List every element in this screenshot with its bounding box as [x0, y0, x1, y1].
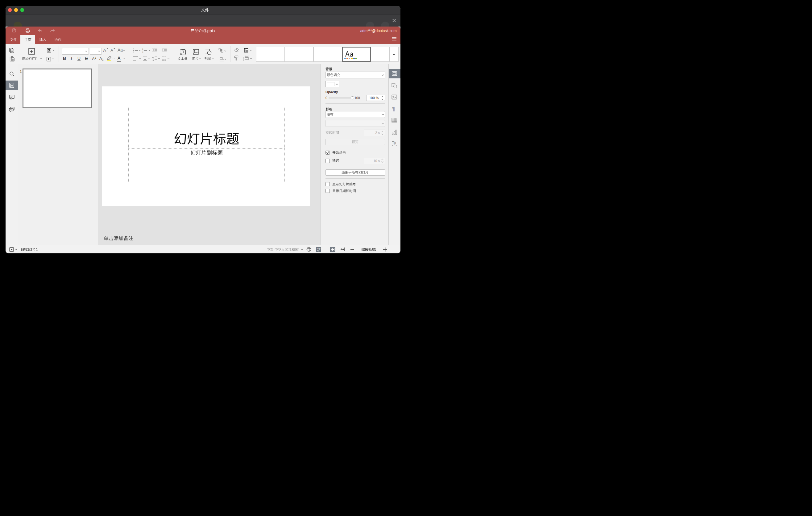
svg-text:ABC: ABC	[317, 248, 321, 249]
svg-text:3: 3	[142, 51, 143, 53]
svg-text:Ta: Ta	[392, 141, 397, 145]
